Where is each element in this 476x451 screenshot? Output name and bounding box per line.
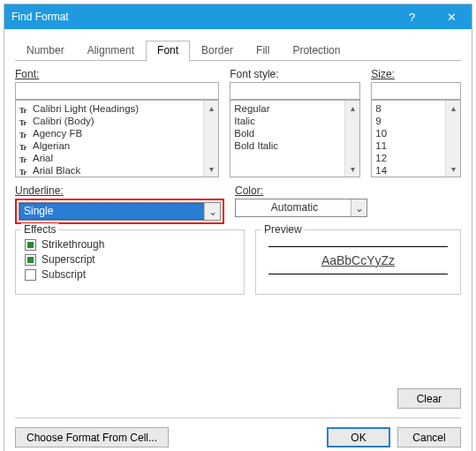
checkbox-icon <box>25 269 36 281</box>
scroll-down-icon[interactable]: ▾ <box>345 162 359 177</box>
fontstyle-label: Font style: <box>230 68 360 80</box>
underline-combo[interactable]: Single ⌄ <box>19 202 221 221</box>
truetype-icon: Tr <box>19 117 30 125</box>
tab-number[interactable]: Number <box>15 41 76 61</box>
list-item[interactable]: TrArial <box>16 152 218 164</box>
superscript-checkbox[interactable]: Superscript <box>25 253 235 266</box>
ok-button[interactable]: OK <box>327 427 390 447</box>
checkbox-icon <box>25 239 36 251</box>
effects-legend: Effects <box>21 223 58 236</box>
scrollbar[interactable]: ▴ ▾ <box>445 101 460 177</box>
font-input[interactable] <box>15 82 219 100</box>
tab-fill[interactable]: Fill <box>245 41 281 61</box>
superscript-label: Superscript <box>42 253 95 266</box>
fontstyle-listbox[interactable]: Regular Italic Bold Bold Italic ▴ ▾ <box>230 100 360 177</box>
scroll-down-icon[interactable]: ▾ <box>446 162 460 177</box>
list-item[interactable]: TrArial Black <box>16 164 218 177</box>
cancel-button[interactable]: Cancel <box>397 427 461 447</box>
truetype-icon: Tr <box>19 141 30 150</box>
chevron-down-icon[interactable]: ⌄ <box>351 199 366 216</box>
list-item[interactable]: TrCalibri Light (Headings) <box>16 102 218 115</box>
subscript-label: Subscript <box>42 268 86 281</box>
scroll-up-icon[interactable]: ▴ <box>204 101 218 116</box>
scroll-down-icon[interactable]: ▾ <box>204 162 218 177</box>
scroll-up-icon[interactable]: ▴ <box>446 101 460 116</box>
preview-sample: AaBbCcYyZz <box>321 253 395 267</box>
list-item[interactable]: Bold Italic <box>230 139 359 152</box>
font-listbox[interactable]: TrCalibri Light (Headings) TrCalibri (Bo… <box>15 100 219 177</box>
subscript-checkbox[interactable]: Subscript <box>25 268 235 281</box>
clear-button[interactable]: Clear <box>397 388 461 409</box>
choose-format-button[interactable]: Choose Format From Cell... <box>15 427 169 447</box>
scrollbar[interactable]: ▴ ▾ <box>203 101 218 177</box>
fontstyle-input[interactable] <box>230 82 360 100</box>
checkbox-icon <box>25 254 36 266</box>
scrollbar[interactable]: ▴ ▾ <box>344 101 359 177</box>
help-button[interactable]: ? <box>392 4 432 29</box>
truetype-icon: Tr <box>19 166 30 175</box>
effects-group: Effects Strikethrough Superscript Subscr… <box>15 229 245 295</box>
list-item[interactable]: Italic <box>230 115 359 127</box>
strikethrough-label: Strikethrough <box>42 238 104 251</box>
preview-legend: Preview <box>261 223 305 236</box>
color-value: Automatic <box>271 201 318 214</box>
size-listbox[interactable]: 8 9 10 11 12 14 ▴ ▾ <box>371 100 461 177</box>
truetype-icon: Tr <box>19 154 30 162</box>
list-item[interactable]: Regular <box>230 102 359 115</box>
size-label: Size: <box>371 68 461 80</box>
tab-border[interactable]: Border <box>190 41 245 61</box>
list-item[interactable]: TrAlgerian <box>16 139 218 152</box>
tab-strip: Number Alignment Font Border Fill Protec… <box>15 40 461 61</box>
strikethrough-checkbox[interactable]: Strikethrough <box>25 238 235 251</box>
list-item[interactable]: TrAgency FB <box>16 127 218 139</box>
tab-protection[interactable]: Protection <box>281 41 351 61</box>
close-button[interactable]: ✕ <box>432 4 472 29</box>
tab-font[interactable]: Font <box>146 41 190 62</box>
color-combo[interactable]: Automatic ⌄ <box>235 199 367 217</box>
list-item[interactable]: Bold <box>230 127 359 139</box>
font-label: Font: <box>15 68 219 80</box>
truetype-icon: Tr <box>19 129 30 138</box>
scroll-up-icon[interactable]: ▴ <box>345 101 359 116</box>
size-input[interactable] <box>371 82 461 100</box>
window-title: Find Format <box>11 11 392 23</box>
highlight-box: Single ⌄ <box>15 199 224 224</box>
preview-group: Preview AaBbCcYyZz <box>255 229 461 295</box>
underline-label: Underline: <box>15 184 224 197</box>
chevron-down-icon[interactable]: ⌄ <box>204 203 220 220</box>
list-item[interactable]: TrCalibri (Body) <box>16 115 218 127</box>
tab-alignment[interactable]: Alignment <box>76 41 146 61</box>
color-label: Color: <box>235 184 461 197</box>
title-bar: Find Format ? ✕ <box>4 4 472 29</box>
underline-value: Single <box>19 203 220 220</box>
truetype-icon: Tr <box>19 104 30 113</box>
